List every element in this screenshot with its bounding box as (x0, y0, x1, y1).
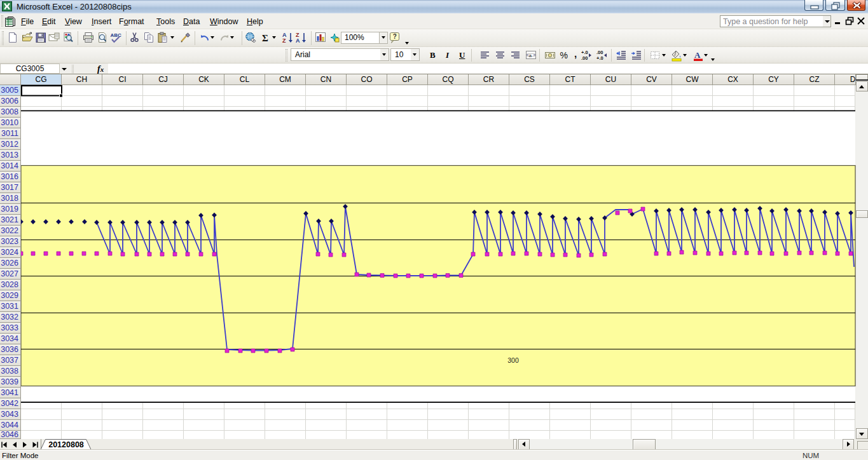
svg-text:20120808: 20120808 (48, 440, 84, 449)
svg-text:300: 300 (507, 356, 519, 364)
